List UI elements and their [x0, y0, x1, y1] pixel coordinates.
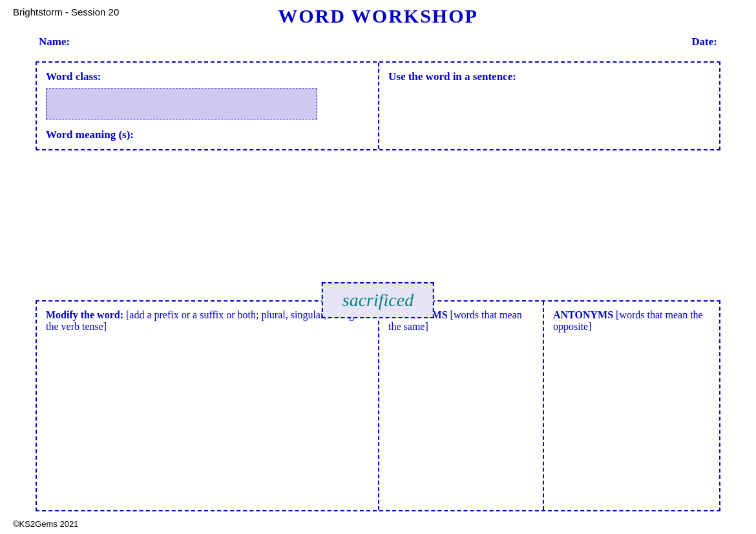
- word-class-label: Word class:: [46, 70, 369, 83]
- word-meaning-label: Word meaning (s):: [46, 128, 369, 141]
- bottom-middle-panel: SYNONYMS [words that mean the same]: [379, 302, 544, 510]
- name-label: Name:: [39, 36, 70, 48]
- top-right-panel: Use the word in a sentence:: [379, 63, 719, 149]
- bottom-left-panel: Modify the word: [add a prefix or a suff…: [37, 302, 379, 510]
- date-label: Date:: [691, 36, 717, 48]
- top-left-panel: Word class: Word meaning (s):: [37, 63, 379, 149]
- top-section: Word class: Word meaning (s): Use the wo…: [36, 61, 720, 150]
- name-date-row: Name: Date:: [39, 36, 717, 48]
- modify-label-bold: Modify the word:: [46, 309, 123, 320]
- bottom-section: Modify the word: [add a prefix or a suff…: [36, 300, 720, 511]
- main-grid: Word class: Word meaning (s): Use the wo…: [36, 61, 720, 511]
- footer-copyright: ©KS2Gems 2021: [13, 519, 78, 529]
- modify-label: Modify the word: [add a prefix or a suff…: [46, 309, 369, 333]
- antonyms-label: ANTONYMS [words that mean the opposite]: [553, 309, 710, 333]
- antonyms-label-bold: ANTONYMS: [553, 309, 613, 320]
- center-word-box: sacrificed: [322, 282, 434, 318]
- center-word-container: sacrificed: [322, 282, 434, 318]
- page-title: WORD WORKSHOP: [0, 5, 756, 27]
- bottom-right-panel: ANTONYMS [words that mean the opposite]: [544, 302, 719, 510]
- word-class-input-box[interactable]: [46, 88, 317, 119]
- use-sentence-label: Use the word in a sentence:: [388, 70, 710, 83]
